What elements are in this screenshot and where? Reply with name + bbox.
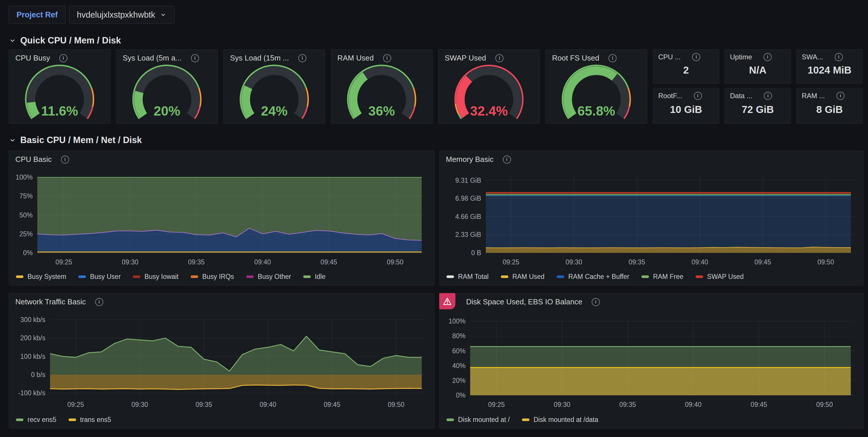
legend-label: trans ens5 [80,416,111,424]
legend-item[interactable]: RAM Cache + Buffer [557,273,629,281]
svg-text:200 kb/s: 200 kb/s [20,334,45,342]
network-traffic-chart[interactable]: -100 kb/s0 b/s100 kb/s200 kb/s300 kb/s09… [12,315,430,411]
svg-text:09:50: 09:50 [816,401,833,408]
legend-swatch-icon [446,418,454,421]
info-icon[interactable]: i [764,53,772,61]
disk-space-chart[interactable]: 0%20%40%60%80%100%09:2509:3009:3509:4009… [442,315,859,411]
legend-item[interactable]: trans ens5 [69,416,111,424]
svg-text:100 kb/s: 100 kb/s [20,353,45,360]
panel-title[interactable]: Network Traffic Basic [16,297,86,307]
info-icon[interactable]: i [694,92,702,100]
legend-item[interactable]: Busy Iowait [133,273,179,281]
section-quick-cpu-mem-disk[interactable]: Quick CPU / Mem / Disk [9,35,121,46]
panel-title[interactable]: Uptime [730,53,752,61]
legend-item[interactable]: SWAP Used [695,273,744,281]
cpu-basic-chart[interactable]: 0%25%50%75%100%09:2509:3009:3509:4009:45… [12,172,430,269]
panel-title[interactable]: Sys Load (5m a... [123,54,182,63]
legend-swatch-icon [246,275,254,278]
disk-space-legend: Disk mounted at /Disk mounted at /data [446,413,598,426]
info-icon[interactable]: i [503,155,511,164]
svg-text:09:45: 09:45 [750,401,767,408]
panel-title[interactable]: Memory Basic [446,155,494,164]
legend-item[interactable]: RAM Used [501,273,545,281]
info-icon[interactable]: i [835,53,843,61]
legend-item[interactable]: Busy System [16,273,66,281]
info-icon[interactable]: i [95,298,103,306]
legend-item[interactable]: Busy Other [246,273,291,281]
panel-title[interactable]: CPU Basic [16,155,52,164]
svg-text:24%: 24% [261,104,288,118]
project-ref-button[interactable]: Project Ref [9,6,66,24]
info-icon[interactable]: i [764,92,772,100]
legend-label: Busy IRQs [202,273,234,281]
legend-item[interactable]: Disk mounted at /data [522,416,598,424]
info-icon[interactable]: i [836,92,844,100]
panel-title[interactable]: Data ... [730,92,752,100]
svg-text:09:35: 09:35 [188,258,205,266]
section-basic-cpu-mem-net-disk[interactable]: Basic CPU / Mem / Net / Disk [9,135,142,145]
legend-item[interactable]: Disk mounted at / [446,416,510,424]
legend-label: recv ens5 [28,416,56,424]
alert-state-badge[interactable] [439,293,456,309]
panel-title[interactable]: SWAP Used [445,54,486,63]
legend-swatch-icon [303,275,311,278]
dashboard-header: Project Ref hvdelujxlxstpxkhwbtk [9,6,175,24]
panel-title[interactable]: RootF... [658,92,682,100]
legend-item[interactable]: RAM Total [446,273,489,281]
legend-label: RAM Free [653,273,683,281]
panel-memory-basic: Memory Basici 0 B2.33 GiB4.66 GiB6.98 Gi… [439,151,864,286]
sys-load-15m-gauge: 24% [229,64,319,122]
svg-text:09:45: 09:45 [754,258,771,266]
panel-title[interactable]: SWA... [802,53,823,61]
svg-text:09:30: 09:30 [122,258,138,266]
panel-title[interactable]: Disk Space Used, EBS IO Balance [466,297,582,307]
panel-title[interactable]: CPU ... [658,53,681,61]
panel-uptime: Uptimei N/A [724,49,791,84]
panel-title[interactable]: CPU Busy [16,54,50,63]
info-icon[interactable]: i [383,54,391,62]
project-dropdown[interactable]: hvdelujxlxstpxkhwbtk [69,6,175,24]
svg-text:09:45: 09:45 [320,258,337,266]
svg-text:100%: 100% [16,173,33,181]
section-title: Basic CPU / Mem / Net / Disk [20,135,142,145]
info-icon[interactable]: i [609,54,617,62]
legend-item[interactable]: Busy User [79,273,121,281]
legend-item[interactable]: RAM Free [642,273,683,281]
legend-item[interactable]: Busy IRQs [191,273,234,281]
ram-used-gauge: 36% [337,64,427,122]
legend-swatch-icon [191,275,198,278]
info-icon[interactable]: i [298,54,306,62]
panel-swap-total: SWA...i 1024 MiB [796,49,863,84]
memory-basic-chart[interactable]: 0 B2.33 GiB4.66 GiB6.98 GiB9.31 GiB09:25… [442,172,859,269]
legend-swatch-icon [695,275,703,278]
panel-title[interactable]: Root FS Used [552,54,599,63]
legend-item[interactable]: recv ens5 [16,416,56,424]
memory-basic-legend: RAM TotalRAM UsedRAM Cache + BufferRAM F… [446,270,744,283]
panel-title[interactable]: RAM Used [337,54,374,63]
svg-text:09:35: 09:35 [628,258,645,266]
info-icon[interactable]: i [61,155,69,164]
panel-title[interactable]: RAM ... [802,92,825,100]
info-icon[interactable]: i [692,53,700,61]
info-icon[interactable]: i [592,298,600,306]
panel-ram-total: RAM ...i 8 GiB [796,88,863,124]
cpu-busy-gauge: 11.6% [15,64,104,122]
svg-text:2.33 GiB: 2.33 GiB [456,231,482,238]
legend-item[interactable]: Idle [303,273,326,281]
legend-swatch-icon [16,418,24,421]
svg-text:09:50: 09:50 [817,258,834,266]
swap-used-gauge: 32.4% [444,64,534,122]
svg-text:32.4%: 32.4% [470,104,508,118]
svg-text:0%: 0% [23,249,33,257]
sys-load-5m-gauge: 20% [122,64,212,122]
legend-swatch-icon [69,418,76,421]
info-icon[interactable]: i [191,54,199,62]
legend-label: RAM Cache + Buffer [568,273,629,281]
info-icon[interactable]: i [495,54,503,62]
svg-text:65.8%: 65.8% [578,104,615,118]
svg-text:11.6%: 11.6% [41,104,78,118]
panel-title[interactable]: Sys Load (15m ... [230,54,289,63]
legend-label: RAM Used [513,273,545,281]
info-icon[interactable]: i [59,54,67,62]
svg-text:09:25: 09:25 [488,401,505,408]
